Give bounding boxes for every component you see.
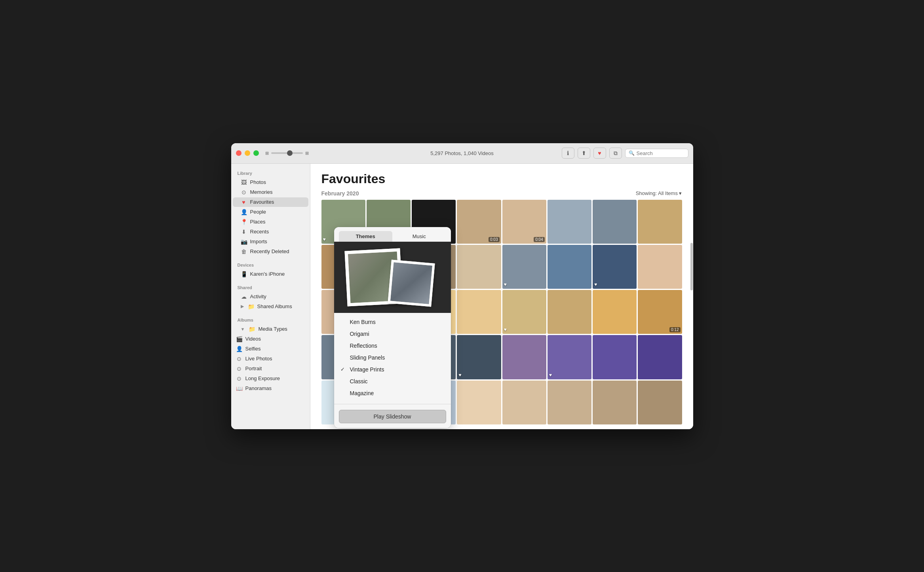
sidebar-item-iphone[interactable]: 📱 Karen's iPhone [233, 269, 308, 279]
photo-cell[interactable] [548, 245, 591, 289]
menu-item-reflections[interactable]: Reflections [334, 340, 451, 352]
maximize-button[interactable] [253, 150, 259, 156]
scrollbar[interactable] [690, 164, 693, 429]
activity-icon: ☁ [241, 294, 247, 300]
menu-item-origami[interactable]: Origami [334, 328, 451, 340]
favourite-button[interactable]: ♥ [593, 148, 606, 159]
heart-icon: ♥ [504, 282, 507, 287]
sidebar-item-panoramas-label: Panoramas [245, 385, 272, 391]
sidebar: Library 🖼 Photos ⊙ Memories ♥ Favourites… [231, 164, 310, 429]
photo-cell[interactable] [548, 381, 591, 424]
sidebar-item-people[interactable]: 👤 People [233, 207, 308, 217]
photo-cell[interactable]: 0:04 [502, 200, 546, 244]
showing-filter[interactable]: Showing: All Items ▾ [636, 190, 682, 196]
popup-divider [334, 404, 451, 404]
photo-cell[interactable] [638, 245, 682, 289]
heart-icon: ♥ [594, 282, 597, 287]
photo-cell[interactable]: ♥ [548, 335, 591, 379]
menu-item-sliding-panels[interactable]: Sliding Panels [334, 352, 451, 364]
sidebar-item-live-photos[interactable]: ⊙ Live Photos [233, 354, 308, 364]
photo-cell[interactable] [548, 290, 591, 334]
search-input[interactable] [637, 150, 685, 156]
sidebar-item-memories[interactable]: ⊙ Memories [233, 188, 308, 197]
minimize-button[interactable] [245, 150, 250, 156]
close-button[interactable] [236, 150, 241, 156]
photo-cell[interactable] [593, 335, 637, 379]
slideshow-button[interactable]: ⧉ [609, 148, 622, 159]
photo-cell[interactable] [457, 290, 501, 334]
sidebar-item-media-types[interactable]: ▼ 📁 Media Types [233, 324, 308, 334]
menu-item-classic[interactable]: Classic [334, 375, 451, 387]
play-slideshow-button[interactable]: Play Slideshow [339, 410, 446, 423]
popup-preview [334, 242, 451, 313]
photo-cell[interactable]: ♥ [502, 290, 546, 334]
sidebar-item-imports[interactable]: 📷 Imports [233, 237, 308, 246]
photo-cell[interactable] [593, 290, 637, 334]
photo-cell[interactable] [457, 381, 501, 424]
content-header: Favourites [310, 164, 693, 190]
menu-item-sliding-panels-label: Sliding Panels [350, 354, 385, 361]
photo-cell[interactable] [593, 381, 637, 424]
sidebar-item-live-photos-label: Live Photos [245, 356, 272, 362]
sidebar-item-long-exposure[interactable]: ⊙ Long Exposure [233, 374, 308, 383]
sidebar-item-recents[interactable]: ⬇ Recents [233, 227, 308, 237]
app-window: ⊞ ⊞ 5,297 Photos, 1,040 Videos ℹ ⬆ ♥ ⧉ 🔍… [231, 143, 693, 429]
menu-item-vintage-prints[interactable]: ✓ Vintage Prints [334, 364, 451, 375]
heart-icon: ♥ [458, 372, 461, 378]
sidebar-item-favourites[interactable]: ♥ Favourites [233, 197, 308, 207]
sidebar-item-shared-albums[interactable]: ▶ 📁 Shared Albums [233, 302, 308, 311]
photo-cell[interactable] [638, 381, 682, 424]
content-area: Favourites February 2020 Showing: All It… [310, 164, 693, 429]
photo-cell[interactable]: ♥ [593, 245, 637, 289]
sidebar-item-portrait[interactable]: ⊙ Portrait [233, 364, 308, 373]
trash-icon: 🗑 [241, 248, 247, 255]
heart-icon: ♥ [549, 372, 552, 378]
photo-cell[interactable]: 0:12 [638, 290, 682, 334]
video-duration: 0:04 [534, 237, 544, 242]
scrollbar-thumb[interactable] [690, 243, 693, 290]
photo-cell[interactable] [502, 381, 546, 424]
photo-cell[interactable] [548, 200, 591, 244]
live-photos-icon: ⊙ [236, 356, 242, 362]
tab-themes[interactable]: Themes [339, 231, 393, 242]
search-icon: 🔍 [629, 150, 635, 156]
menu-item-ken-burns[interactable]: Ken Burns [334, 316, 451, 328]
photo-cell[interactable]: ♥ [502, 245, 546, 289]
tab-music[interactable]: Music [392, 231, 446, 242]
main-content: Library 🖼 Photos ⊙ Memories ♥ Favourites… [231, 164, 693, 429]
section-date: February 2020 [321, 190, 359, 197]
photo-cell[interactable]: ♥ [457, 335, 501, 379]
photo-cell[interactable] [502, 335, 546, 379]
sidebar-item-photos[interactable]: 🖼 Photos [233, 178, 308, 187]
photo-cell[interactable] [457, 245, 501, 289]
info-button[interactable]: ℹ [562, 148, 574, 159]
panoramas-icon: 📖 [236, 385, 242, 392]
menu-item-reflections-label: Reflections [350, 343, 377, 349]
sidebar-item-recently-deleted-label: Recently Deleted [250, 248, 289, 254]
search-box[interactable]: 🔍 [625, 149, 688, 158]
showing-label[interactable]: Showing: All Items ▾ [636, 190, 682, 196]
sidebar-item-recently-deleted[interactable]: 🗑 Recently Deleted [233, 247, 308, 256]
photo-cell[interactable] [638, 200, 682, 244]
sidebar-item-iphone-label: Karen's iPhone [250, 271, 285, 277]
shared-albums-icon: 📁 [248, 303, 254, 310]
share-button[interactable]: ⬆ [578, 148, 590, 159]
window-controls [236, 150, 259, 156]
sidebar-item-people-label: People [250, 209, 266, 215]
photo-cell[interactable] [638, 335, 682, 379]
places-icon: 📍 [241, 219, 247, 225]
sidebar-item-media-types-label: Media Types [258, 326, 287, 332]
sidebar-item-selfies[interactable]: 👤 Selfies [233, 344, 308, 354]
sidebar-item-panoramas[interactable]: 📖 Panoramas [233, 384, 308, 393]
photo-cell[interactable]: 0:03 [457, 200, 501, 244]
photo-cell[interactable] [593, 200, 637, 244]
sidebar-item-activity[interactable]: ☁ Activity [233, 292, 308, 301]
portrait-icon: ⊙ [236, 366, 242, 372]
library-section-header: Library [231, 168, 310, 177]
sidebar-item-memories-label: Memories [250, 189, 273, 195]
sidebar-item-videos[interactable]: 🎬 Videos [233, 334, 308, 344]
menu-item-origami-label: Origami [350, 331, 369, 337]
menu-item-magazine[interactable]: Magazine [334, 387, 451, 399]
size-slider[interactable]: ⊞ ⊞ [265, 151, 309, 156]
sidebar-item-places[interactable]: 📍 Places [233, 217, 308, 227]
